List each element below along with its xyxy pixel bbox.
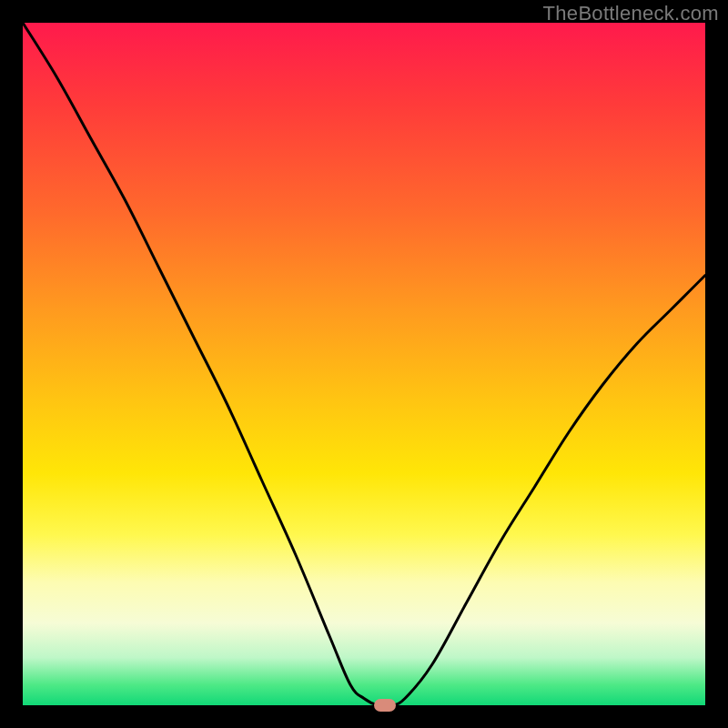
bottleneck-curve <box>23 23 705 706</box>
curve-svg <box>23 23 705 705</box>
plot-area <box>23 23 705 705</box>
optimal-point-marker <box>374 699 396 712</box>
chart-frame: TheBottleneck.com <box>0 0 728 728</box>
